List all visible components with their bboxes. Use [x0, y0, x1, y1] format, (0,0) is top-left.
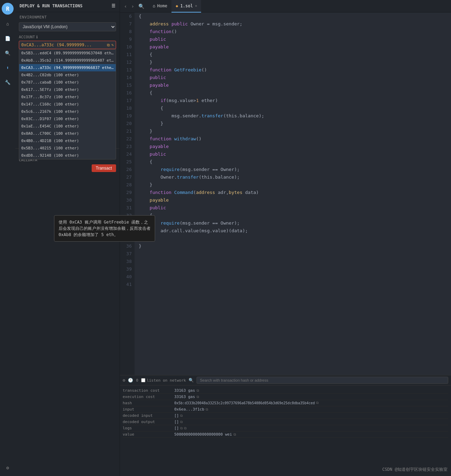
account-item[interactable]: 0x03C...D1F07 (100 ether): [19, 115, 116, 123]
decoded-output-value: [] ⧉: [174, 420, 448, 424]
main-area: ‹ › 🔍 ⌂ Home ◆ 1.sol ✕ 6 7 8 9: [120, 0, 451, 476]
account-item[interactable]: 0xdD8...92148 (100 ether): [19, 152, 116, 159]
environment-select[interactable]: JavaScript VM (London): [19, 22, 116, 31]
sol-tab-label: 1.sol: [180, 3, 193, 8]
account-item[interactable]: 0x5B3...40215 (100 ether): [19, 145, 116, 152]
account-item[interactable]: 0xAb8...35cb2 (114.99999999999966407 eth…: [19, 57, 116, 64]
account-item[interactable]: 0x4B2...C02db (100 ether): [19, 71, 116, 79]
account-item[interactable]: 0x0A0...C700C (100 ether): [19, 130, 116, 137]
account-info-icon[interactable]: ℹ: [36, 35, 38, 39]
copy-hash-icon[interactable]: ⧉: [316, 401, 319, 405]
sol-tab[interactable]: ◆ 1.sol ✕: [171, 0, 201, 13]
search-tab-icon[interactable]: 🔍: [137, 3, 146, 10]
account-item[interactable]: 0x787...cabaB (100 ether): [19, 79, 116, 86]
listen-on-network-label: listen on network: [141, 378, 186, 383]
sidebar-content: ENVIRONMENT JavaScript VM (London) ACCOU…: [15, 12, 120, 476]
watermark: CSDN @知道创宇区块链安全实验室: [382, 467, 448, 473]
copy-input-icon[interactable]: ⧉: [206, 407, 208, 412]
console-row: hash 0x5b:d333b20048a33253c2c09737696a67…: [123, 400, 448, 406]
app-logo: R: [2, 3, 14, 15]
console-row: value 500000000000000000000 wei ⧉: [123, 431, 448, 438]
console-row: logs [] ⧉ ⧉: [123, 425, 448, 431]
input-value: 0x6ea...3f1cb ⧉: [174, 407, 448, 412]
value-value: 500000000000000000000 wei ⧉: [174, 432, 448, 437]
account-selected-value: 0xCA3...a733c (94.9999999...: [21, 42, 92, 47]
home-icon[interactable]: ⌂: [2, 18, 13, 29]
sidebar-menu-icon[interactable]: ☰: [112, 3, 115, 8]
search-icon[interactable]: 🔍: [2, 47, 13, 58]
decoded-input-value: [] ⧉: [174, 413, 448, 418]
console-toolbar: ⚙ 🕐 0 listen on network 🔍: [120, 375, 451, 385]
account-item[interactable]: 0x147...C160c (100 ether): [19, 101, 116, 108]
copy-decoded-input-icon[interactable]: ⧉: [180, 414, 183, 418]
home-icon-tab: ⌂: [153, 3, 155, 8]
sidebar-header: DEPLOY & RUN TRANSACTIONS ☰: [15, 0, 120, 12]
console-row: execution cost 33163 gas ⧉: [123, 394, 448, 400]
copy-logs-icon2[interactable]: ⧉: [184, 426, 186, 430]
settings-icon[interactable]: ⚙: [2, 462, 13, 473]
decoded-output-key: decoded output: [123, 420, 171, 424]
logs-value: [] ⧉ ⧉: [174, 426, 448, 430]
value-key: value: [123, 432, 171, 437]
account-label: ACCOUNT ℹ: [19, 35, 116, 39]
account-item[interactable]: 0x17F...8c37z (100 ether): [19, 93, 116, 101]
console-count: 0: [136, 378, 138, 383]
transact-button[interactable]: Transact: [92, 164, 116, 172]
copy-logs-icon[interactable]: ⧉: [180, 426, 183, 430]
environment-label: ENVIRONMENT: [15, 12, 120, 21]
input-key: input: [123, 407, 171, 412]
account-section: ACCOUNT ℹ 0xCA3...a733c (94.9999999... ⧉…: [15, 33, 120, 51]
tab-bar: ‹ › 🔍 ⌂ Home ◆ 1.sol ✕: [120, 0, 451, 13]
edit-account-icon[interactable]: ✎: [111, 43, 114, 47]
execution-cost-value: 33163 gas ⧉: [174, 395, 448, 399]
account-item[interactable]: 0x617...5E7fz (100 ether): [19, 86, 116, 93]
decoded-input-key: decoded input: [123, 413, 171, 418]
deploy-icon[interactable]: ⬆: [2, 62, 13, 73]
code-editor[interactable]: 6 7 8 9 10 11 12 13 14 15 16 17 18 19 20…: [120, 13, 451, 375]
sidebar-title: DEPLOY & RUN TRANSACTIONS: [20, 3, 83, 8]
files-icon[interactable]: 📄: [2, 33, 13, 44]
copy-value-icon[interactable]: ⧉: [234, 432, 236, 437]
account-item[interactable]: 0x5c6...2167k (100 ether): [19, 108, 116, 115]
hash-key: hash: [123, 401, 171, 405]
account-item[interactable]: 0x5B3...eddC4 (89.99999999999637048 ethe…: [19, 49, 116, 57]
listen-checkbox[interactable]: [141, 378, 145, 382]
copy-icon[interactable]: ⧉: [197, 389, 199, 393]
console-area: ⚙ 🕐 0 listen on network 🔍 transaction co…: [120, 375, 451, 476]
line-numbers: 6 7 8 9 10 11 12 13 14 15 16 17 18 19 20…: [120, 13, 135, 375]
console-filter-icon[interactable]: ⚙: [123, 378, 125, 383]
sol-tab-icon: ◆: [176, 3, 178, 8]
copy-account-icon[interactable]: ⧉: [107, 43, 110, 47]
home-tab-label: Home: [157, 3, 167, 8]
sol-tab-close[interactable]: ✕: [195, 4, 197, 8]
account-dropdown[interactable]: 0xCA3...a733c (94.9999999... ⧉ ✎: [19, 41, 116, 49]
account-item-selected[interactable]: 0xCA3...a733c (94.9999999999966837 ether…: [19, 64, 116, 71]
tab-bar-icons: ‹ › 🔍: [123, 3, 146, 10]
tooltip: 使用 0xCA3 账户调用 GetFreebie 函数，之后会发现自己的账户并没…: [54, 215, 155, 242]
console-row: transaction cost 33163 gas ⧉: [123, 388, 448, 394]
code-content: { address public Owner = msg.sender; fun…: [135, 13, 451, 375]
console-row: decoded output [] ⧉: [123, 419, 448, 425]
clock-icon[interactable]: 🕐: [128, 378, 133, 383]
editor-area: 6 7 8 9 10 11 12 13 14 15 16 17 18 19 20…: [120, 13, 451, 476]
console-content: transaction cost 33163 gas ⧉ execution c…: [120, 385, 451, 476]
transaction-cost-value: 33163 gas ⧉: [174, 388, 448, 393]
account-dropdown-list: 0x5B3...eddC4 (89.99999999999637048 ethe…: [19, 49, 116, 159]
copy-icon[interactable]: ⧉: [197, 395, 199, 399]
execution-cost-key: execution cost: [123, 395, 171, 399]
chevron-right-icon[interactable]: ›: [130, 3, 135, 10]
logs-key: logs: [123, 426, 171, 430]
account-item[interactable]: 0x1aE...E454C (100 ether): [19, 123, 116, 130]
hash-value: 0x5b:d333b20048a33253c2c09737696a678b540…: [174, 401, 448, 405]
console-row: decoded input [] ⧉: [123, 413, 448, 419]
console-search-icon[interactable]: 🔍: [189, 378, 194, 383]
copy-decoded-output-icon[interactable]: ⧉: [180, 420, 183, 424]
account-dropdown-wrap: 0xCA3...a733c (94.9999999... ⧉ ✎ 0x5B3..…: [19, 41, 116, 49]
home-tab[interactable]: ⌂ Home: [148, 0, 171, 13]
icon-bar: R ⌂ 📄 🔍 ⬆ 🔧 ⚙: [0, 0, 15, 476]
chevron-left-icon[interactable]: ‹: [123, 3, 128, 10]
console-search-input[interactable]: [197, 377, 448, 384]
account-item[interactable]: 0x4B0...4D21B (100 ether): [19, 137, 116, 145]
plugin-icon[interactable]: 🔧: [2, 77, 13, 88]
transaction-cost-key: transaction cost: [123, 388, 171, 393]
